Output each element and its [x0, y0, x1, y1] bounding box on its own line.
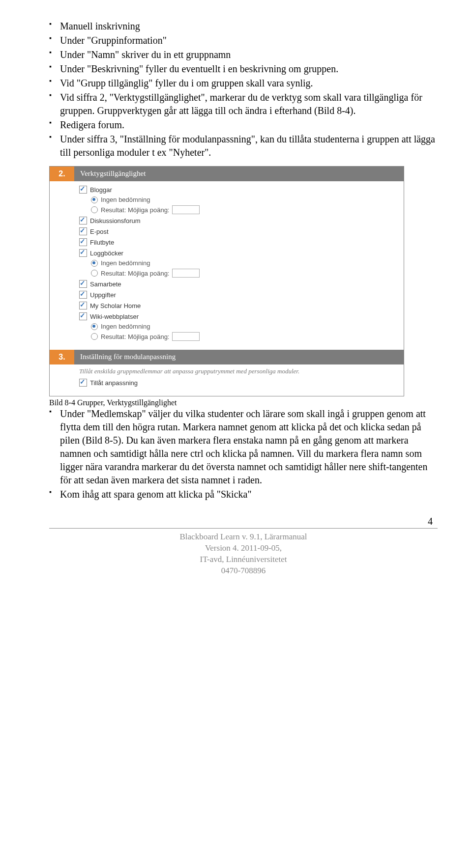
tool-row-2: E-post [79, 226, 399, 237]
tool-label-3: Filutbyte [90, 239, 114, 246]
tool-label-0: Bloggar [90, 186, 112, 194]
tool-label-2: E-post [90, 228, 109, 235]
top-bullet-1: Under "Gruppinformation" [49, 34, 438, 47]
tool-label-6: Uppgifter [90, 291, 116, 299]
footer-line-1: Version 4. 2011-09-05, [49, 543, 438, 554]
tool-label-7: My Scholar Home [90, 302, 141, 309]
tool-row-7: My Scholar Home [79, 300, 399, 311]
tool-row-1: Diskussionsforum [79, 215, 399, 226]
tool-checkbox-0[interactable] [79, 186, 87, 194]
tool-4-radio-label-0: Ingen bedömning [101, 259, 150, 267]
tool-row-8: Wiki-webbplatser [79, 311, 399, 322]
tool-0-radio-0[interactable] [91, 196, 98, 203]
tool-8-radio-row-0: Ingen bedömning [79, 322, 399, 331]
tool-0-radio-label-0: Ingen bedömning [101, 196, 150, 203]
page-number: 4 [49, 516, 438, 527]
tool-label-4: Loggböcker [90, 250, 123, 257]
tool-0-radio-1[interactable] [91, 206, 98, 213]
top-bullet-0: Manuell inskrivning [49, 20, 438, 33]
tool-checkbox-3[interactable] [79, 238, 87, 246]
tool-row-3: Filutbyte [79, 237, 399, 248]
tool-0-points-input-1[interactable] [172, 205, 200, 214]
footer-divider [49, 528, 438, 529]
tool-4-radio-0[interactable] [91, 260, 98, 267]
section-3-title: Inställning för modulanpassning [74, 350, 404, 364]
top-bullet-6: Redigera forum. [49, 118, 438, 132]
tool-4-radio-row-1: Resultat: Möjliga poäng: [79, 268, 399, 279]
footer-line-3: 0470-708896 [49, 565, 438, 577]
embedded-ui-screenshot: 2. Verktygstillgänglighet BloggarIngen b… [49, 166, 404, 396]
tool-checkbox-6[interactable] [79, 291, 87, 299]
allow-customization-row: Tillåt anpassning [79, 377, 399, 388]
tool-checkbox-8[interactable] [79, 312, 87, 320]
tool-8-points-input-1[interactable] [172, 332, 200, 341]
section-2-body: BloggarIngen bedömningResultat: Möjliga … [50, 181, 404, 350]
section-2-title: Verktygstillgänglighet [74, 167, 404, 181]
allow-customization-label: Tillåt anpassning [90, 379, 138, 387]
tool-4-radio-label-1: Resultat: Möjliga poäng: [101, 270, 169, 277]
top-bullet-7: Under siffra 3, "Inställning för modulan… [49, 133, 438, 159]
tool-row-4: Loggböcker [79, 248, 399, 258]
top-bullet-2: Under "Namn" skriver du in ett gruppnamn [49, 48, 438, 61]
figure-caption: Bild 8-4 Grupper, Verktygstillgänglighet [49, 398, 438, 407]
tool-8-radio-label-0: Ingen bedömning [101, 323, 150, 330]
tool-8-radio-0[interactable] [91, 323, 98, 330]
tool-checkbox-4[interactable] [79, 249, 87, 257]
tool-4-radio-1[interactable] [91, 270, 98, 277]
tool-row-5: Samarbete [79, 279, 399, 289]
tool-checkbox-5[interactable] [79, 280, 87, 288]
tool-label-1: Diskussionsforum [90, 217, 141, 224]
section-3-header: 3. Inställning för modulanpassning [50, 350, 404, 364]
bottom-bullet-list: Under "Medlemskap" väljer du vilka stude… [49, 407, 438, 501]
tool-8-radio-1[interactable] [91, 333, 98, 340]
tool-checkbox-2[interactable] [79, 227, 87, 235]
tool-4-radio-row-0: Ingen bedömning [79, 258, 399, 268]
section-2-number: 2. [50, 167, 74, 181]
footer-line-2: IT-avd, Linnéuniversitetet [49, 554, 438, 565]
top-bullet-list: Manuell inskrivningUnder "Gruppinformati… [49, 20, 438, 159]
tool-row-0: Bloggar [79, 184, 399, 195]
tool-label-5: Samarbete [90, 280, 121, 288]
allow-customization-checkbox[interactable] [79, 379, 87, 387]
tool-label-8: Wiki-webbplatser [90, 313, 139, 320]
top-bullet-4: Vid "Grupp tillgänglig" fyller du i om g… [49, 77, 438, 90]
top-bullet-5: Vid siffra 2, "Verktygstillgänglighet", … [49, 91, 438, 117]
footer-line-0: Blackboard Learn v. 9.1, Lärarmanual [49, 532, 438, 543]
tool-row-6: Uppgifter [79, 289, 399, 300]
tool-0-radio-row-1: Resultat: Möjliga poäng: [79, 204, 399, 215]
tool-checkbox-1[interactable] [79, 217, 87, 224]
top-bullet-3: Under "Beskrivning" fyller du eventuellt… [49, 62, 438, 76]
footer-text: Blackboard Learn v. 9.1, LärarmanualVers… [49, 532, 438, 591]
section-3-number: 3. [50, 350, 74, 364]
bottom-bullet-0: Under "Medlemskap" väljer du vilka stude… [49, 407, 438, 487]
section-3-description: Tillåt enskilda gruppmedlemmar att anpas… [50, 364, 404, 377]
section-2-header: 2. Verktygstillgänglighet [50, 167, 404, 181]
tool-8-radio-label-1: Resultat: Möjliga poäng: [101, 333, 169, 340]
tool-0-radio-label-1: Resultat: Möjliga poäng: [101, 206, 169, 214]
tool-4-points-input-1[interactable] [172, 269, 200, 278]
tool-8-radio-row-1: Resultat: Möjliga poäng: [79, 331, 399, 342]
bottom-bullet-1: Kom ihåg att spara genom att klicka på "… [49, 488, 438, 501]
tool-checkbox-7[interactable] [79, 302, 87, 309]
tool-0-radio-row-0: Ingen bedömning [79, 195, 399, 204]
section-3-body: Tillåt anpassning [50, 377, 404, 396]
